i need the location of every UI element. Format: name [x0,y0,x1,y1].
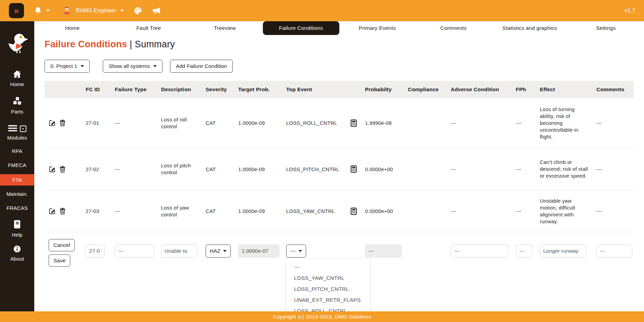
main-nav-tabs: Home Fault Tree Treeview Failure Conditi… [34,21,644,35]
sidebar-item-label: FMECA [8,162,26,168]
sidebar-item-modules[interactable]: Modules [0,125,34,141]
edit-row-button[interactable] [49,119,56,127]
sidebar-item-parts[interactable]: Parts [0,97,34,115]
top-event-value: LOSS_PITCH_CNTRL [286,166,339,172]
severity-value: CAT [202,166,235,172]
comments-input[interactable] [596,245,632,258]
sidebar-item-label: Modules [7,135,27,141]
save-button[interactable]: Save [49,254,70,267]
copyright-text: Copyright (c) 2018-2023, DMD Solutions [273,314,371,320]
user-menu[interactable]: RAMS-Engineer [62,5,124,16]
dropdown-option[interactable]: LOSS_YAW_CNTRL [286,273,370,284]
table-row: 27-02 --- Loss of pitch control CAT 1.00… [45,148,634,190]
tab-failure-conditions[interactable]: Failure Conditions [263,21,339,35]
adverse-condition-value: --- [447,166,512,172]
sidebar-item-about[interactable]: About [0,245,34,262]
probability-value: 0.0000e+00 [362,166,404,172]
fph-input[interactable] [516,245,532,258]
tab-home[interactable]: Home [34,21,110,35]
dropdown-option[interactable]: UNAB_EXT_RETR_FLAPS [286,295,370,306]
tab-comments[interactable]: Comments [415,21,491,35]
toolbar: 0. Project 1 Show all systems Add Failur… [45,60,233,73]
failure-type-value: --- [111,166,158,172]
app-logo [5,30,29,56]
top-event-select[interactable]: --- [286,245,306,258]
username-label: RAMS-Engineer [76,8,116,14]
comments-value: --- [593,120,634,126]
project-select-button[interactable]: 0. Project 1 [45,60,90,73]
cubes-icon [13,97,22,107]
probability-input [365,245,402,258]
table-row: 27-03 --- Loss of yaw control CAT 1.0000… [45,190,634,232]
chevron-down-icon [81,65,84,67]
cancel-button[interactable]: Cancel [49,239,75,251]
effect-value: Unstable yaw motion, difficult alignment… [536,198,593,225]
sidebar-item-label: Help [12,232,23,238]
systems-filter-button[interactable]: Show all systems [103,60,162,73]
app-version-label: v1.7 [624,8,635,14]
theme-palette-icon[interactable] [133,6,143,15]
sidebar-item-fmeca[interactable]: FMECA [0,162,34,168]
fc-id-value: 27-03 [82,208,111,214]
sidebar-item-rpa[interactable]: RPA [0,148,34,154]
sidebar-item-fta[interactable]: FTA [0,174,34,186]
top-event-value: LOSS_ROLL_CNTRL [286,120,337,126]
effect-value: Can't climb or descend; risk of stall or… [536,159,593,179]
edit-row-button[interactable] [49,207,56,215]
tab-treeview[interactable]: Treeview [187,21,263,35]
home-icon [13,70,22,79]
bell-dropdown-caret-icon[interactable] [46,10,50,12]
announcements-megaphone-icon[interactable] [151,6,161,15]
fph-value: --- [512,208,536,214]
column-header-adverse-condition: Adverse Condition [447,86,512,93]
footer: Copyright (c) 2018-2023, DMD Solutions [0,311,644,322]
fph-value: --- [512,120,536,126]
adverse-condition-input[interactable] [451,245,508,258]
column-header-effect: Effect [536,86,593,93]
effect-input[interactable] [540,245,586,258]
table-row: 27-01 --- Loss of roll control CAT 1.000… [45,98,634,148]
tab-statistics[interactable]: Statistics and graphics [491,21,568,35]
tab-settings[interactable]: Settings [568,21,644,35]
user-dropdown-caret-icon [120,10,124,12]
sidebar-item-maintain[interactable]: Maintain. [0,191,34,197]
delete-row-button[interactable] [59,119,66,127]
page-title-main: Failure Conditions [45,39,127,49]
sidebar-toggle-button[interactable]: » [9,3,24,18]
edit-row-button[interactable] [49,166,56,173]
top-event-value: LOSS_YAW_CNTRL [286,208,335,214]
page-title-separator: | [130,39,132,49]
calculator-icon[interactable] [351,165,357,173]
description-input[interactable] [161,245,197,258]
info-icon [13,245,21,254]
sidebar-item-help[interactable]: Help [0,220,34,238]
column-header-top-event: Top Event [283,86,362,93]
list-icon [8,125,17,133]
notifications-bell-icon[interactable] [34,6,42,15]
dropdown-option[interactable]: --- [286,262,370,273]
top-bar: » RAMS-Engineer v1.7 [0,0,644,21]
effect-value: Loss of turning ability, risk of becomin… [536,106,593,140]
tab-fault-tree[interactable]: Fault Tree [110,21,186,35]
dropdown-option[interactable]: LOSS_PITCH_CNTRL [286,284,370,295]
sidebar-item-fracas[interactable]: FRACAS [0,205,34,211]
column-header-severity: Severity [202,86,235,93]
failure-type-input[interactable] [115,245,154,258]
target-prob-value: 1.0000e-09 [235,120,283,126]
calculator-icon[interactable] [351,207,357,215]
calculator-icon[interactable] [351,119,357,127]
fc-id-input[interactable] [86,245,105,258]
add-failure-condition-button[interactable]: Add Failure Condition [170,60,233,73]
comments-value: --- [593,208,634,214]
sidebar-item-label: FTA [12,177,22,183]
probability-value: 1.9990e-08 [362,120,404,126]
target-prob-value: 1.0000e-09 [235,208,283,214]
delete-row-button[interactable] [59,207,66,215]
sidebar-item-label: Parts [11,109,23,115]
delete-row-button[interactable] [59,166,66,173]
sidebar-item-home[interactable]: Home [0,70,34,87]
modules-expand-icon[interactable] [20,126,26,132]
severity-select[interactable]: HAZ [206,245,231,258]
sidebar-item-label: Home [10,81,24,87]
tab-primary-events[interactable]: Primary Events [339,21,415,35]
